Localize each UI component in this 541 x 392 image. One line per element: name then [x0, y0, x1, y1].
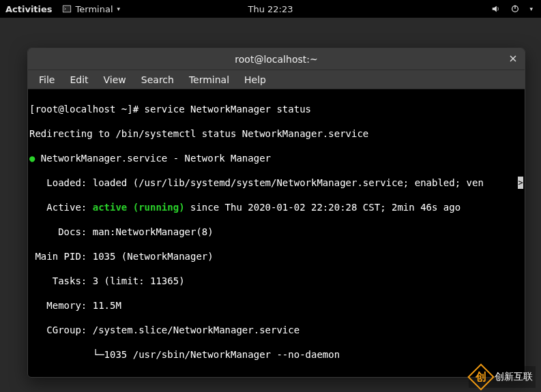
window-title: root@localhost:~: [235, 54, 317, 65]
output-line: [29, 373, 523, 378]
activities-button[interactable]: Activities: [5, 4, 53, 14]
status-dot-icon: ●: [29, 153, 41, 164]
output-line: since Thu 2020-01-02 22:20:28 CST; 2min …: [185, 202, 461, 213]
output-line: NetworkManager.service - Network Manager: [41, 153, 271, 164]
close-button[interactable]: [506, 51, 521, 66]
output-line: Active:: [29, 202, 93, 213]
watermark-logo: 创 创新互联: [469, 366, 536, 388]
gnome-topbar: Activities Terminal ▾ Thu 22:23 ▾: [0, 0, 541, 18]
power-icon[interactable]: [510, 4, 520, 14]
output-line: CGroup: /system.slice/NetworkManager.ser…: [29, 324, 523, 336]
menubar: File Edit View Search Terminal Help: [28, 70, 525, 89]
line-overflow-indicator: >: [518, 177, 523, 189]
svg-rect-1: [63, 6, 70, 12]
terminal-icon: [62, 4, 72, 14]
app-menu[interactable]: Terminal ▾: [62, 4, 120, 14]
menu-terminal[interactable]: Terminal: [182, 72, 236, 87]
output-line: Redirecting to /bin/systemctl status Net…: [29, 127, 523, 140]
logo-text: 创新互联: [495, 371, 533, 383]
terminal-output[interactable]: [root@localhost ~]# service NetworkManag…: [28, 89, 525, 377]
menu-search[interactable]: Search: [134, 72, 181, 87]
menu-view[interactable]: View: [97, 72, 133, 87]
window-titlebar[interactable]: root@localhost:~: [28, 48, 525, 70]
chevron-down-icon[interactable]: ▾: [529, 5, 533, 12]
app-menu-label: Terminal: [76, 4, 113, 14]
command-text: service NetworkManager status: [145, 104, 311, 115]
active-status: active (running): [93, 202, 185, 213]
menu-help[interactable]: Help: [237, 72, 273, 87]
clock[interactable]: Thu 22:23: [248, 4, 293, 14]
output-line: Main PID: 1035 (NetworkManager): [29, 250, 523, 262]
volume-icon[interactable]: [491, 4, 501, 14]
output-line: Memory: 11.5M: [29, 299, 523, 312]
output-line: Tasks: 3 (limit: 11365): [29, 275, 523, 287]
output-line: └─1035 /usr/sbin/NetworkManager --no-dae…: [29, 348, 523, 361]
chevron-down-icon: ▾: [117, 5, 121, 12]
output-line: Docs: man:NetworkManager(8): [29, 226, 523, 238]
output-line: Loaded: loaded (/usr/lib/systemd/system/…: [29, 177, 484, 188]
menu-file[interactable]: File: [32, 72, 61, 87]
menu-edit[interactable]: Edit: [63, 72, 95, 87]
logo-mark-icon: 创: [467, 363, 495, 391]
terminal-window: root@localhost:~ File Edit View Search T…: [27, 48, 525, 378]
shell-prompt: [root@localhost ~]#: [29, 104, 145, 115]
